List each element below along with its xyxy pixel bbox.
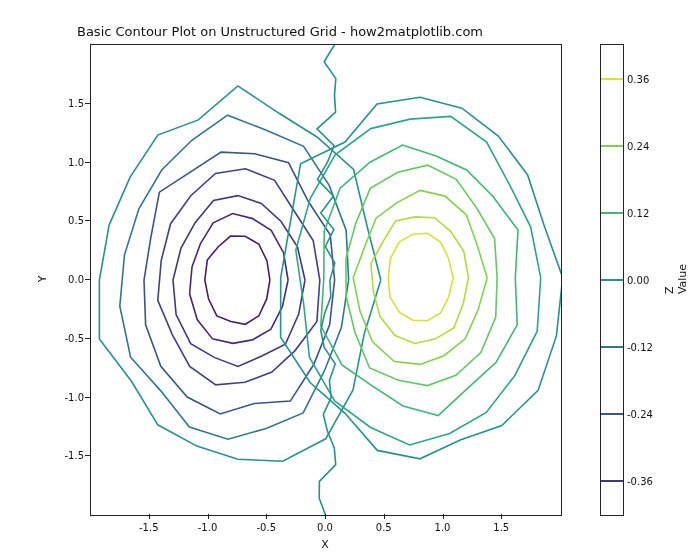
colorbar-tick-label: -0.12	[627, 342, 653, 353]
y-tick-label: 1.5	[48, 97, 84, 108]
x-tick-label: 1.0	[435, 522, 451, 533]
contour-line-zero	[317, 45, 336, 515]
colorbar-tick-label: 0.12	[627, 207, 649, 218]
x-axis-label: X	[321, 538, 329, 551]
x-tick-mark	[443, 514, 444, 519]
colorbar-level-line	[601, 480, 623, 482]
x-tick-mark	[208, 514, 209, 519]
y-tick-mark	[85, 162, 90, 163]
contour-line-right	[296, 116, 541, 445]
y-tick-label: 1.0	[48, 156, 84, 167]
contour-line-right	[321, 145, 518, 416]
contour-line-right	[388, 233, 453, 320]
colorbar-tick-label: 0.24	[627, 140, 649, 151]
contour-line-right	[346, 165, 497, 386]
colorbar-tick-label: -0.24	[627, 409, 653, 420]
y-tick-label: -0.5	[48, 332, 84, 343]
colorbar-level-line	[601, 279, 623, 281]
colorbar-tick-label: 0.36	[627, 73, 649, 84]
y-tick-label: -1.5	[48, 450, 84, 461]
contour-line-left	[173, 196, 305, 367]
y-tick-label: 0.5	[48, 215, 84, 226]
contour-line-left	[120, 115, 349, 439]
plot-area	[90, 44, 562, 516]
y-tick-mark	[85, 455, 90, 456]
x-tick-mark	[325, 514, 326, 519]
x-tick-label: -0.5	[256, 522, 276, 533]
y-tick-mark	[85, 220, 90, 221]
chart-root: Basic Contour Plot on Unstructured Grid …	[0, 0, 700, 560]
x-tick-mark	[266, 514, 267, 519]
x-tick-mark	[384, 514, 385, 519]
colorbar-tick-label: -0.36	[627, 476, 653, 487]
y-tick-mark	[85, 338, 90, 339]
y-tick-mark	[85, 103, 90, 104]
colorbar-tick-label: 0.00	[627, 275, 649, 286]
contour-line-left	[205, 236, 270, 324]
contour-svg	[91, 45, 561, 515]
y-tick-label: 0.0	[48, 274, 84, 285]
colorbar-level-line	[601, 346, 623, 348]
x-tick-label: 0.5	[376, 522, 392, 533]
contour-line-right	[371, 217, 469, 344]
colorbar-level-line	[601, 145, 623, 147]
y-tick-mark	[85, 397, 90, 398]
contour-line-left	[158, 169, 320, 385]
colorbar: -0.36-0.24-0.120.000.120.240.36	[600, 44, 624, 516]
colorbar-level-line	[601, 78, 623, 80]
colorbar-level-line	[601, 212, 623, 214]
y-tick-label: -1.0	[48, 391, 84, 402]
y-tick-mark	[85, 279, 90, 280]
x-tick-label: -1.0	[198, 522, 218, 533]
y-axis-label: Y	[36, 276, 49, 283]
chart-title: Basic Contour Plot on Unstructured Grid …	[0, 24, 560, 39]
x-tick-label: -1.5	[139, 522, 159, 533]
x-tick-label: 0.0	[317, 522, 333, 533]
x-tick-label: 1.5	[493, 522, 509, 533]
colorbar-level-line	[601, 413, 623, 415]
x-tick-mark	[501, 514, 502, 519]
colorbar-label: Z Value	[663, 264, 689, 294]
x-tick-mark	[149, 514, 150, 519]
